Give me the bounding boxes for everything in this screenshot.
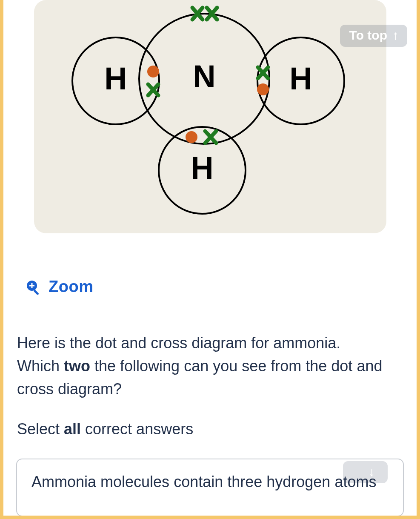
scroll-down-indicator[interactable]: ↓: [343, 461, 388, 483]
zoom-in-icon: [26, 279, 41, 295]
electron-cross: [258, 67, 268, 78]
electron-dot: [257, 83, 269, 95]
zoom-button[interactable]: Zoom: [26, 278, 404, 296]
ammonia-dot-cross-diagram: N H H H: [34, 0, 386, 233]
question-text: Here is the dot and cross diagram for am…: [17, 332, 400, 401]
svg-rect-16: [31, 283, 33, 288]
answer-option-text: Ammonia molecules contain three hydrogen…: [31, 470, 389, 493]
atom-label-bottom: H: [191, 150, 213, 186]
atom-label-right: H: [289, 61, 312, 96]
arrow-down-icon: ↓: [369, 465, 375, 479]
electron-dot: [147, 66, 159, 77]
diagram-card: N H H H: [34, 0, 386, 233]
electron-cross: [148, 84, 158, 95]
arrow-up-icon: ↑: [392, 29, 399, 42]
electron-cross: [205, 131, 216, 143]
svg-rect-17: [33, 290, 39, 295]
to-top-button[interactable]: To top ↑: [340, 25, 407, 47]
zoom-label: Zoom: [49, 278, 93, 296]
atom-label-left: H: [104, 61, 127, 96]
to-top-label: To top: [349, 29, 387, 42]
instruction-text: Select all correct answers: [17, 420, 404, 438]
atom-label-center: N: [193, 59, 215, 94]
electron-dot: [186, 131, 197, 143]
